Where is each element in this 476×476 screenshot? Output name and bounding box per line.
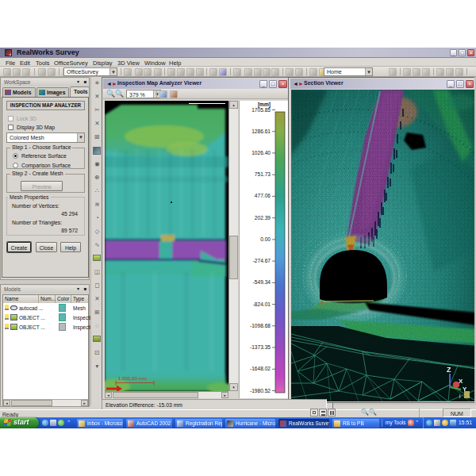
svg-text:-1098.68: -1098.68 <box>250 323 271 328</box>
svg-text:477.06: 477.06 <box>255 193 271 198</box>
svg-text:1286.61: 1286.61 <box>251 129 271 134</box>
svg-text:1026.40: 1026.40 <box>251 150 271 155</box>
svg-text:751.73: 751.73 <box>255 171 271 177</box>
svg-text:202.39: 202.39 <box>255 215 271 221</box>
svg-text:1705.85: 1705.85 <box>251 107 271 113</box>
svg-text:-824.01: -824.01 <box>253 301 271 307</box>
svg-text:1 000.00 mm: 1 000.00 mm <box>118 375 147 381</box>
svg-text:-1373.35: -1373.35 <box>250 344 271 350</box>
svg-text:-274.67: -274.67 <box>253 258 271 263</box>
svg-text:Z: Z <box>447 366 451 374</box>
svg-text:-1648.02: -1648.02 <box>250 366 271 371</box>
svg-text:0.00: 0.00 <box>260 236 271 242</box>
svg-text:-1980.52: -1980.52 <box>250 388 271 393</box>
svg-text:X: X <box>459 378 463 385</box>
svg-text:-549.34: -549.34 <box>253 279 271 285</box>
